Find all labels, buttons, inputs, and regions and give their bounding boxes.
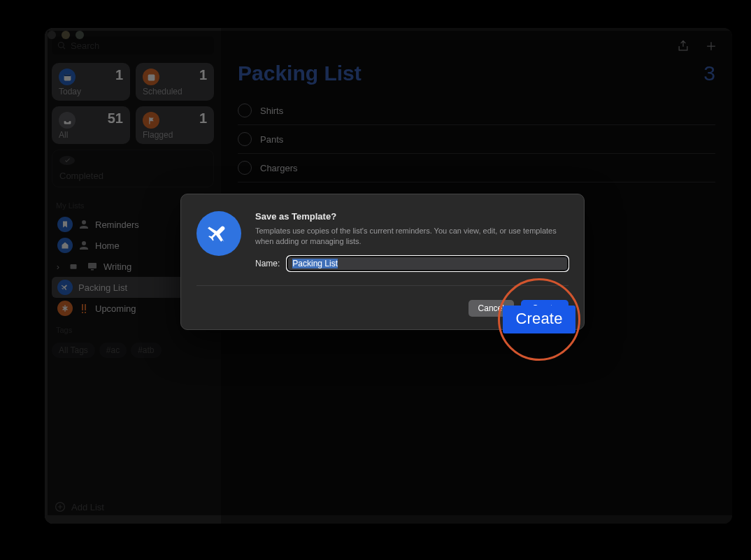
smartlist-completed[interactable]: Completed [52, 150, 214, 187]
display-icon [87, 261, 98, 272]
completion-circle-icon[interactable] [238, 103, 252, 117]
smartlist-scheduled[interactable]: 1 Scheduled [136, 63, 214, 101]
calendar-icon [143, 69, 159, 85]
plus-circle-icon [55, 501, 66, 512]
priority-icon [78, 303, 90, 314]
smartlist-all[interactable]: 51 All [52, 106, 130, 144]
svg-rect-1 [64, 74, 71, 76]
add-list-label: Add List [71, 502, 104, 512]
reminder-title: Chargers [260, 163, 297, 173]
airplane-icon [57, 280, 73, 295]
svg-rect-4 [88, 263, 96, 268]
shared-icon [78, 240, 90, 251]
asterisk-icon [57, 301, 73, 316]
sidebar-item-label: Upcoming [95, 303, 136, 314]
completion-circle-icon[interactable] [238, 132, 252, 146]
smartlist-scheduled-label: Scheduled [143, 87, 183, 96]
smartlist-all-count: 51 [108, 110, 123, 127]
search-input[interactable]: Search [52, 36, 214, 55]
reminder-item[interactable]: Pants [238, 125, 715, 154]
tag-row: All Tags #ac #atb [52, 343, 214, 358]
search-placeholder: Search [71, 41, 99, 51]
list-count: 3 [703, 62, 715, 85]
save-template-dialog: Save as Template? Templates use copies o… [180, 194, 585, 330]
name-label: Name: [255, 259, 280, 268]
reminder-item[interactable]: Shirts [238, 96, 715, 125]
smartlist-all-label: All [59, 130, 68, 140]
smartlist-flagged[interactable]: 1 Flagged [136, 106, 214, 144]
reminder-title: Pants [260, 134, 283, 145]
reminder-title: Shirts [260, 106, 283, 116]
smartlist-today[interactable]: 1 Today [52, 63, 130, 101]
smart-lists: 1 Today 1 Scheduled 51 All [52, 63, 214, 144]
svg-rect-2 [148, 74, 155, 80]
bookmark-icon [57, 217, 73, 232]
calendar-today-icon [59, 69, 76, 85]
list-title: Packing List [238, 62, 362, 85]
reminders-list: Shirts Pants Chargers [238, 96, 715, 182]
create-button[interactable]: Create [521, 300, 568, 317]
completion-circle-icon[interactable] [238, 161, 252, 175]
tag-ac[interactable]: #ac [99, 343, 127, 358]
template-name-input[interactable] [287, 256, 568, 271]
sidebar-item-label: Home [95, 240, 120, 251]
dialog-title: Save as Template? [255, 211, 568, 222]
smartlist-today-count: 1 [115, 67, 123, 83]
add-list-button[interactable]: Add List [52, 497, 214, 517]
chevron-right-icon[interactable]: › [55, 261, 62, 272]
dialog-description: Templates use copies of the list's curre… [255, 226, 568, 247]
tag-all[interactable]: All Tags [52, 343, 95, 358]
svg-rect-3 [71, 264, 77, 269]
sidebar-item-label: Packing List [78, 282, 127, 293]
checkmark-icon [59, 156, 75, 165]
plus-icon[interactable] [704, 39, 718, 53]
shared-icon [78, 219, 90, 230]
smartlist-completed-label: Completed [59, 171, 103, 181]
sidebar-item-label: Reminders [95, 220, 139, 230]
reminder-item[interactable]: Chargers [238, 154, 715, 182]
toolbar [676, 39, 718, 53]
tag-atb[interactable]: #atb [131, 343, 161, 358]
cancel-button[interactable]: Cancel [469, 300, 514, 317]
smartlist-today-label: Today [59, 87, 81, 96]
smartlist-scheduled-count: 1 [199, 67, 207, 83]
search-icon [57, 41, 66, 50]
svg-rect-5 [91, 269, 94, 271]
flag-icon [143, 112, 159, 129]
tray-icon [59, 112, 76, 129]
smartlist-flagged-count: 1 [199, 110, 207, 127]
home-icon [57, 238, 73, 253]
smartlist-flagged-label: Flagged [143, 130, 173, 140]
sidebar-item-label: Writing [103, 261, 131, 272]
share-icon[interactable] [676, 39, 690, 53]
airplane-icon [196, 211, 241, 256]
folder-icon [66, 259, 81, 274]
dialog-divider [196, 285, 568, 286]
